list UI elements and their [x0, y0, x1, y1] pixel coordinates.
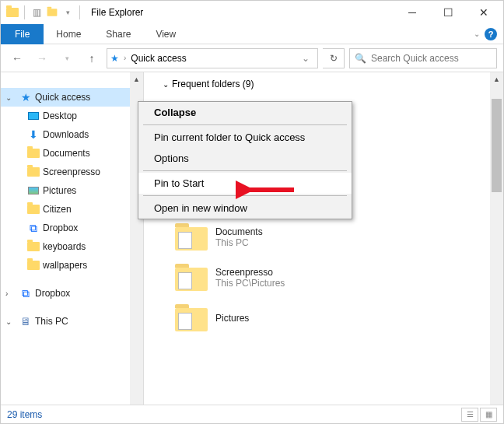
content-scrollbar[interactable]: ▲ [490, 72, 503, 405]
sidebar-dropbox-root[interactable]: › ⧉ Dropbox [1, 284, 143, 303]
collapse-icon[interactable]: ⌄ [5, 93, 16, 102]
search-box[interactable]: 🔍 [349, 48, 497, 68]
annotation-arrow [236, 178, 298, 201]
help-button[interactable]: ? [485, 28, 497, 40]
folder-name: Screenpresso [215, 267, 285, 278]
status-bar: 29 items ☰ ▦ [1, 405, 503, 423]
menu-pin-quick-access[interactable]: Pin current folder to Quick access [138, 127, 352, 148]
group-header[interactable]: ⌄ Frequent folders (9) [144, 72, 503, 93]
folder-large-icon [175, 224, 208, 251]
sidebar-item-label: Quick access [35, 92, 90, 103]
sidebar-item-pictures[interactable]: Pictures [23, 181, 143, 200]
desktop-icon [28, 112, 39, 120]
downloads-icon: ⬇ [27, 128, 40, 141]
pictures-icon [28, 187, 39, 194]
app-icon [5, 5, 19, 19]
sidebar-item-keyboards[interactable]: keyboards [23, 237, 143, 256]
scroll-up-icon[interactable]: ▲ [490, 72, 503, 86]
folder-location: This PC [215, 237, 263, 248]
breadcrumb-location[interactable]: Quick access [131, 53, 186, 64]
star-icon: ★ [110, 53, 119, 64]
folder-name: Documents [215, 226, 263, 237]
sidebar-item-label: Pictures [43, 185, 76, 196]
sidebar-item-screenpresso[interactable]: Screenpresso [23, 163, 143, 181]
sidebar-item-label: Citizen [43, 204, 72, 215]
address-bar: ← → ▾ ↑ ★ › Quick access ⌄ ↻ 🔍 [1, 44, 503, 72]
maximize-button[interactable]: ☐ [430, 1, 466, 24]
chevron-down-icon[interactable]: ⌄ [163, 80, 169, 89]
folder-item[interactable]: DocumentsThis PC [175, 217, 503, 258]
ribbon: File Home Share View ⌄ ? [1, 24, 503, 44]
view-details-button[interactable]: ☰ [461, 408, 478, 422]
back-button[interactable]: ← [7, 48, 27, 68]
folder-item[interactable]: ScreenpressoThis PC\Pictures [175, 258, 503, 298]
close-button[interactable]: ✕ [466, 1, 502, 24]
tab-home[interactable]: Home [44, 26, 93, 43]
tab-share[interactable]: Share [93, 26, 143, 43]
sidebar-item-label: keyboards [43, 241, 86, 252]
expand-icon[interactable]: › [5, 289, 16, 298]
sidebar-item-dropbox[interactable]: ⧉Dropbox [23, 219, 143, 237]
folder-item[interactable]: Pictures [175, 298, 503, 338]
window-title: File Explorer [91, 7, 143, 18]
sidebar-item-citizen[interactable]: Citizen [23, 200, 143, 219]
sidebar-item-documents[interactable]: Documents [23, 144, 143, 163]
star-icon: ★ [19, 91, 32, 103]
folder-icon [27, 259, 40, 272]
tab-view[interactable]: View [143, 26, 188, 43]
dropbox-icon: ⧉ [19, 287, 32, 300]
sidebar-item-downloads[interactable]: ⬇Downloads [23, 125, 143, 144]
navigation-pane: ⌄ ★ Quick access Desktop ⬇Downloads Docu… [1, 72, 144, 405]
ribbon-expand-icon[interactable]: ⌄ [474, 30, 480, 38]
file-menu[interactable]: File [1, 24, 44, 44]
folder-icon [27, 203, 40, 216]
forward-button[interactable]: → [32, 48, 52, 68]
sidebar-item-label: Documents [43, 148, 90, 159]
sidebar-item-label: This PC [35, 316, 68, 327]
pc-icon: 🖥 [19, 315, 32, 328]
menu-options[interactable]: Options [138, 148, 352, 169]
up-button[interactable]: ↑ [82, 48, 102, 68]
sidebar-quick-access[interactable]: ⌄ ★ Quick access [1, 88, 143, 107]
minimize-button[interactable]: ─ [394, 1, 430, 24]
item-count: 29 items [7, 409, 42, 420]
folder-icon [27, 240, 40, 253]
menu-collapse[interactable]: Collapse [138, 102, 352, 123]
qat-newfolder-icon[interactable] [45, 5, 59, 19]
sidebar-item-label: Downloads [43, 129, 89, 140]
folder-icon [27, 147, 40, 159]
sidebar-item-label: Dropbox [35, 288, 70, 299]
search-icon: 🔍 [355, 53, 366, 64]
collapse-icon[interactable]: ⌄ [5, 317, 16, 326]
dropbox-icon: ⧉ [27, 222, 40, 234]
view-icons-button[interactable]: ▦ [480, 408, 497, 422]
sidebar-item-label: Screenpresso [43, 166, 100, 177]
folder-large-icon [175, 305, 208, 331]
folder-location: This PC\Pictures [215, 278, 285, 289]
chevron-down-icon[interactable]: ⌄ [297, 53, 314, 64]
sidebar-item-desktop[interactable]: Desktop [23, 107, 143, 125]
scroll-up-icon[interactable]: ▲ [130, 72, 143, 86]
refresh-button[interactable]: ↻ [323, 48, 345, 68]
context-menu: Collapse Pin current folder to Quick acc… [138, 101, 352, 219]
group-header-label: Frequent folders (9) [172, 79, 254, 89]
scroll-thumb[interactable] [492, 99, 502, 192]
breadcrumb[interactable]: ★ › Quick access ⌄ [107, 48, 318, 68]
chevron-right-icon[interactable]: › [124, 54, 126, 62]
sidebar-item-label: wallpapers [43, 260, 87, 271]
sidebar-item-wallpapers[interactable]: wallpapers [23, 256, 143, 275]
search-input[interactable] [371, 53, 492, 64]
title-bar: ▥ ▾ File Explorer ─ ☐ ✕ [1, 1, 503, 24]
sidebar-item-label: Dropbox [43, 223, 78, 233]
folder-large-icon [175, 265, 208, 291]
recent-dropdown[interactable]: ▾ [57, 48, 77, 68]
sidebar-this-pc[interactable]: ⌄ 🖥 This PC [1, 312, 143, 331]
sidebar-item-label: Desktop [43, 110, 77, 121]
qat-dropdown-icon[interactable]: ▾ [61, 5, 75, 19]
folder-name: Pictures [215, 313, 249, 324]
qat-properties-icon[interactable]: ▥ [30, 5, 44, 19]
folder-icon [27, 166, 40, 178]
